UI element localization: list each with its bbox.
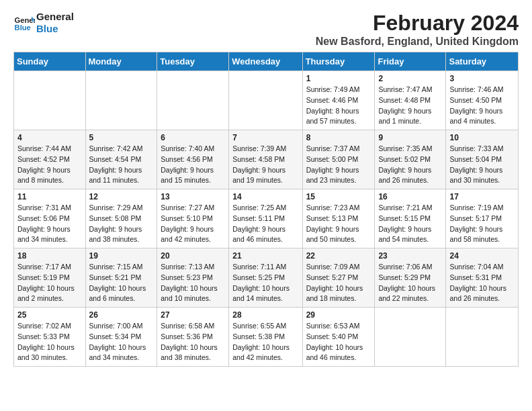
sunrise: Sunrise: 7:25 AM (232, 203, 286, 212)
sunset: Sunset: 5:11 PM (232, 214, 285, 222)
sunrise: Sunrise: 7:17 AM (17, 263, 71, 271)
sunset: Sunset: 5:08 PM (89, 214, 142, 222)
day-number: 25 (17, 310, 82, 320)
sunset: Sunset: 5:15 PM (378, 214, 431, 222)
sunrise: Sunrise: 7:19 AM (449, 203, 503, 212)
sunset: Sunset: 4:58 PM (232, 155, 285, 163)
calendar-cell: 15Sunrise: 7:23 AMSunset: 5:13 PMDayligh… (302, 189, 375, 248)
day-info: Sunrise: 6:55 AMSunset: 5:38 PMDaylight:… (232, 321, 298, 363)
day-number: 4 (17, 133, 82, 142)
calendar-cell: 19Sunrise: 7:15 AMSunset: 5:21 PMDayligh… (85, 248, 157, 308)
month-title: February 2024 (316, 11, 519, 36)
day-info: Sunrise: 7:06 AMSunset: 5:29 PMDaylight:… (378, 262, 442, 304)
calendar-cell: 2Sunrise: 7:47 AMSunset: 4:48 PMDaylight… (375, 71, 446, 130)
calendar-cell: 5Sunrise: 7:42 AMSunset: 4:54 PMDaylight… (85, 130, 157, 189)
day-number: 1 (306, 74, 371, 83)
calendar-cell: 20Sunrise: 7:13 AMSunset: 5:23 PMDayligh… (157, 248, 229, 308)
calendar-cell: 26Sunrise: 7:00 AMSunset: 5:34 PMDayligh… (85, 308, 157, 367)
day-info: Sunrise: 7:17 AMSunset: 5:19 PMDaylight:… (17, 262, 82, 304)
day-number: 9 (378, 133, 442, 142)
daylight: Daylight: 9 hours and 8 minutes. (17, 166, 71, 185)
sunset: Sunset: 4:54 PM (89, 155, 142, 163)
sunrise: Sunrise: 7:31 AM (17, 203, 71, 212)
sunrise: Sunrise: 6:53 AM (306, 322, 360, 330)
sunset: Sunset: 5:29 PM (378, 273, 431, 281)
day-number: 11 (17, 192, 82, 201)
day-info: Sunrise: 6:58 AMSunset: 5:36 PMDaylight:… (161, 321, 225, 363)
day-number: 10 (449, 133, 515, 142)
daylight: Daylight: 9 hours and 50 minutes. (306, 225, 359, 244)
day-info: Sunrise: 7:33 AMSunset: 5:04 PMDaylight:… (449, 144, 515, 186)
sunrise: Sunrise: 7:13 AM (161, 263, 214, 271)
sunrise: Sunrise: 7:00 AM (89, 322, 143, 330)
sunset: Sunset: 5:06 PM (17, 214, 70, 222)
day-number: 2 (378, 74, 442, 83)
calendar-cell: 3Sunrise: 7:46 AMSunset: 4:50 PMDaylight… (446, 71, 519, 130)
day-info: Sunrise: 7:21 AMSunset: 5:15 PMDaylight:… (378, 203, 442, 245)
day-info: Sunrise: 7:31 AMSunset: 5:06 PMDaylight:… (17, 203, 82, 245)
sunrise: Sunrise: 7:11 AM (232, 263, 286, 271)
daylight: Daylight: 9 hours and 23 minutes. (306, 166, 359, 185)
logo-icon: General Blue (13, 12, 35, 34)
day-info: Sunrise: 7:46 AMSunset: 4:50 PMDaylight:… (449, 85, 515, 127)
location-title: New Basford, England, United Kingdom (316, 36, 519, 48)
sunset: Sunset: 4:46 PM (306, 96, 359, 104)
calendar-cell: 14Sunrise: 7:25 AMSunset: 5:11 PMDayligh… (229, 189, 302, 248)
sunset: Sunset: 4:52 PM (17, 155, 70, 163)
weekday-header: Saturday (446, 52, 519, 71)
day-number: 21 (232, 251, 298, 261)
daylight: Daylight: 10 hours and 38 minutes. (161, 343, 218, 362)
calendar-week-row: 11Sunrise: 7:31 AMSunset: 5:06 PMDayligh… (14, 189, 519, 248)
calendar-cell: 6Sunrise: 7:40 AMSunset: 4:56 PMDaylight… (157, 130, 229, 189)
daylight: Daylight: 9 hours and 30 minutes. (449, 166, 502, 185)
daylight: Daylight: 9 hours and 4 minutes. (449, 107, 502, 126)
day-info: Sunrise: 7:42 AMSunset: 4:54 PMDaylight:… (89, 144, 154, 186)
day-info: Sunrise: 7:09 AMSunset: 5:27 PMDaylight:… (306, 262, 371, 304)
sunset: Sunset: 5:13 PM (306, 214, 359, 222)
day-number: 17 (449, 192, 515, 201)
sunset: Sunset: 5:38 PM (232, 332, 285, 340)
calendar-week-row: 18Sunrise: 7:17 AMSunset: 5:19 PMDayligh… (14, 248, 519, 308)
day-number: 19 (89, 251, 154, 261)
calendar-cell: 11Sunrise: 7:31 AMSunset: 5:06 PMDayligh… (14, 189, 86, 248)
sunrise: Sunrise: 6:55 AM (232, 322, 286, 330)
daylight: Daylight: 10 hours and 26 minutes. (449, 284, 506, 303)
day-number: 7 (232, 133, 298, 142)
logo-line2: Blue (36, 23, 74, 35)
calendar-cell: 29Sunrise: 6:53 AMSunset: 5:40 PMDayligh… (302, 308, 375, 367)
calendar-cell: 8Sunrise: 7:37 AMSunset: 5:00 PMDaylight… (302, 130, 375, 189)
day-info: Sunrise: 7:37 AMSunset: 5:00 PMDaylight:… (306, 144, 371, 186)
logo: General Blue General Blue (13, 11, 74, 35)
day-number: 16 (378, 192, 442, 201)
sunset: Sunset: 4:50 PM (449, 96, 502, 104)
day-number: 5 (89, 133, 154, 142)
header: General Blue General Blue February 2024 … (13, 11, 519, 48)
weekday-header: Wednesday (229, 52, 302, 71)
weekday-header-row: SundayMondayTuesdayWednesdayThursdayFrid… (14, 52, 519, 71)
weekday-header: Sunday (14, 52, 86, 71)
day-info: Sunrise: 7:15 AMSunset: 5:21 PMDaylight:… (89, 262, 154, 304)
daylight: Daylight: 9 hours and 54 minutes. (378, 225, 431, 244)
sunrise: Sunrise: 7:15 AM (89, 263, 143, 271)
daylight: Daylight: 10 hours and 18 minutes. (306, 284, 363, 303)
calendar-cell: 17Sunrise: 7:19 AMSunset: 5:17 PMDayligh… (446, 189, 519, 248)
daylight: Daylight: 9 hours and 46 minutes. (232, 225, 285, 244)
daylight: Daylight: 10 hours and 2 minutes. (17, 284, 75, 303)
sunrise: Sunrise: 7:09 AM (306, 263, 360, 271)
day-number: 26 (89, 310, 154, 320)
calendar-cell: 22Sunrise: 7:09 AMSunset: 5:27 PMDayligh… (302, 248, 375, 308)
sunset: Sunset: 5:21 PM (89, 273, 142, 281)
day-info: Sunrise: 7:29 AMSunset: 5:08 PMDaylight:… (89, 203, 154, 245)
calendar-cell (85, 71, 157, 130)
calendar-week-row: 1Sunrise: 7:49 AMSunset: 4:46 PMDaylight… (14, 71, 519, 130)
daylight: Daylight: 9 hours and 38 minutes. (89, 225, 142, 244)
sunset: Sunset: 5:40 PM (306, 332, 359, 340)
daylight: Daylight: 10 hours and 30 minutes. (17, 343, 75, 362)
calendar-cell: 1Sunrise: 7:49 AMSunset: 4:46 PMDaylight… (302, 71, 375, 130)
day-number: 15 (306, 192, 371, 201)
day-number: 12 (89, 192, 154, 201)
calendar-cell: 27Sunrise: 6:58 AMSunset: 5:36 PMDayligh… (157, 308, 229, 367)
day-info: Sunrise: 7:39 AMSunset: 4:58 PMDaylight:… (232, 144, 298, 186)
day-info: Sunrise: 7:02 AMSunset: 5:33 PMDaylight:… (17, 321, 82, 363)
day-info: Sunrise: 7:40 AMSunset: 4:56 PMDaylight:… (161, 144, 225, 186)
